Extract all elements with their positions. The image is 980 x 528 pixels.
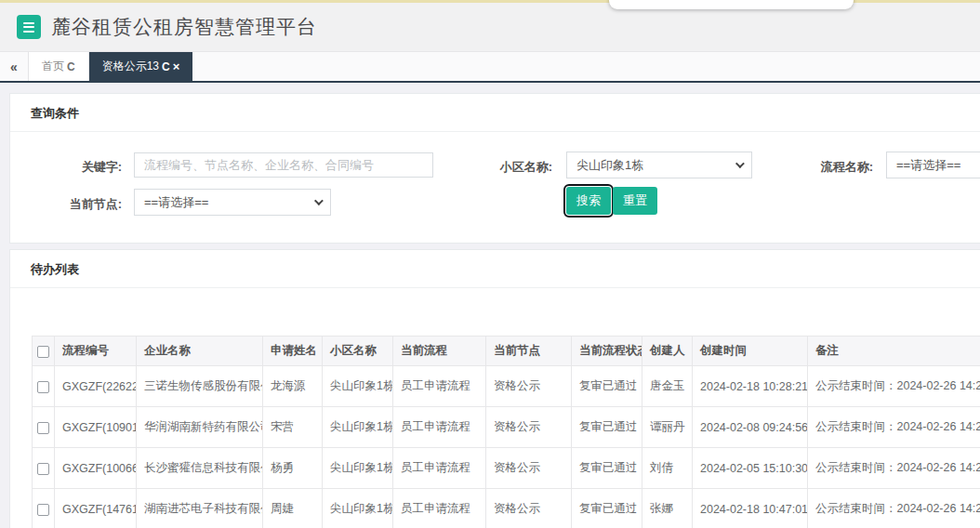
app-header: 麓谷租赁公租房智慧管理平台 <box>0 3 980 51</box>
chevron-down-icon <box>314 196 324 205</box>
row-checkbox[interactable] <box>37 463 49 475</box>
column-header: 当前流程 <box>393 337 486 366</box>
table-cell: 公示结束时间：2024-02-26 14:21:43 <box>808 448 980 489</box>
refresh-icon[interactable]: C <box>162 60 170 73</box>
process-name-label: 流程名称: <box>752 159 873 176</box>
table-cell: 资格公示 <box>486 489 572 528</box>
table-cell: 2024-02-18 10:47:01 <box>693 489 808 528</box>
browser-popup-remnant <box>609 0 854 9</box>
query-panel-title: 查询条件 <box>10 94 980 132</box>
table-cell: 资格公示 <box>486 448 572 489</box>
table-cell: 复审已通过 <box>572 448 642 489</box>
column-header: 申请姓名 <box>263 337 323 366</box>
table-cell: 2024-02-08 09:24:56 <box>693 407 808 448</box>
column-header: 创建时间 <box>693 337 808 366</box>
process-name-select-value: ==请选择== <box>896 157 960 174</box>
refresh-icon[interactable]: C <box>67 60 75 73</box>
table-row: GXGZF(22622)三诺生物传感股份有限公司龙海源尖山印象1栋员工申请流程资… <box>33 366 980 407</box>
tab-home-label: 首页 <box>42 59 64 74</box>
column-header: 流程编号 <box>55 337 137 366</box>
chevron-down-icon <box>735 159 745 168</box>
todo-list-panel: 待办列表 流程编号企业名称申请姓名小区名称当前流程当前节点当前流程状态创建人创建… <box>9 249 980 528</box>
row-checkbox-cell <box>33 489 55 528</box>
tab-home[interactable]: 首页C <box>28 52 89 81</box>
table-cell: 复审已通过 <box>572 407 642 448</box>
table-cell: GXGZF(10066) <box>55 448 137 489</box>
row-checkbox[interactable] <box>37 381 49 393</box>
tab-bar: « 首页C 资格公示13C× <box>0 51 980 83</box>
table-cell: GXGZF(22622) <box>55 366 137 407</box>
table-cell: 员工申请流程 <box>393 407 486 448</box>
current-node-label: 当前节点: <box>10 196 122 213</box>
table-row: GXGZF(10066)长沙蜜獾信息科技有限公司杨勇尖山印象1栋员工申请流程资格… <box>33 448 980 489</box>
current-node-select-value: ==请选择== <box>144 194 208 211</box>
collapse-tabs-icon[interactable]: « <box>0 52 28 81</box>
column-header: 备注 <box>808 337 980 366</box>
table-cell: 长沙蜜獾信息科技有限公司 <box>137 448 263 489</box>
page-title: 麓谷租赁公租房智慧管理平台 <box>51 14 317 40</box>
community-label: 小区名称: <box>433 159 552 176</box>
table-cell: 宋营 <box>263 407 323 448</box>
table-cell: 公示结束时间：2024-02-26 14:22:02 <box>808 366 980 407</box>
table-cell: 复审已通过 <box>572 366 642 407</box>
table-cell: 尖山印象1栋 <box>323 489 393 528</box>
community-select[interactable]: 尖山印象1栋 <box>566 152 752 178</box>
select-all-cell <box>33 337 55 366</box>
table-header-row: 流程编号企业名称申请姓名小区名称当前流程当前节点当前流程状态创建人创建时间备注 <box>33 337 980 366</box>
table-cell: GXGZF(10901) <box>55 407 137 448</box>
table-cell: 湖南进芯电子科技有限公司 <box>137 489 263 528</box>
table-cell: 尖山印象1栋 <box>323 448 393 489</box>
keyword-input[interactable] <box>134 152 433 178</box>
table-cell: 唐金玉 <box>642 366 693 407</box>
query-conditions-panel: 查询条件 关键字: 小区名称: 尖山印象1栋 流程名称: ==请选择== 当前节… <box>9 93 980 244</box>
table-cell: 三诺生物传感股份有限公司 <box>137 366 263 407</box>
community-select-value: 尖山印象1栋 <box>576 157 643 174</box>
table-cell: 资格公示 <box>486 407 572 448</box>
keyword-label: 关键字: <box>10 159 122 176</box>
table-cell: 华润湖南新特药有限公司 <box>137 407 263 448</box>
table-cell: 2024-02-18 10:28:21 <box>693 366 808 407</box>
table-cell: 资格公示 <box>486 366 572 407</box>
table-cell: 张娜 <box>642 489 693 528</box>
column-header: 当前流程状态 <box>572 337 642 366</box>
table-row: GXGZF(10901)华润湖南新特药有限公司宋营尖山印象1栋员工申请流程资格公… <box>33 407 980 448</box>
table-cell: 周婕 <box>263 489 323 528</box>
table-cell: 员工申请流程 <box>393 489 486 528</box>
select-all-checkbox[interactable] <box>37 346 49 358</box>
reset-button[interactable]: 重置 <box>613 187 657 215</box>
table-cell: 公示结束时间：2024-02-26 14:21:53 <box>808 407 980 448</box>
table-cell: 龙海源 <box>263 366 323 407</box>
column-header: 企业名称 <box>137 337 263 366</box>
todo-table-wrap: 流程编号企业名称申请姓名小区名称当前流程当前节点当前流程状态创建人创建时间备注 … <box>32 336 980 528</box>
table-cell: 刘倩 <box>642 448 693 489</box>
current-node-select[interactable]: ==请选择== <box>134 189 331 216</box>
close-icon[interactable]: × <box>173 60 180 73</box>
todo-panel-title: 待办列表 <box>10 250 980 288</box>
process-name-select[interactable]: ==请选择== <box>886 152 980 178</box>
table-cell: 谭丽丹 <box>642 407 693 448</box>
table-cell: 公示结束时间：2024-02-26 14:21:34 <box>808 489 980 528</box>
table-cell: 复审已通过 <box>572 489 642 528</box>
table-cell: 员工申请流程 <box>393 448 486 489</box>
table-row: GXGZF(14761)湖南进芯电子科技有限公司周婕尖山印象1栋员工申请流程资格… <box>33 489 980 528</box>
column-header: 小区名称 <box>323 337 393 366</box>
table-cell: 尖山印象1栋 <box>323 407 393 448</box>
row-checkbox-cell <box>33 448 55 489</box>
tab-active-label: 资格公示13 <box>102 59 159 74</box>
search-button[interactable]: 搜索 <box>566 187 611 215</box>
row-checkbox[interactable] <box>37 504 49 516</box>
table-cell: 杨勇 <box>263 448 323 489</box>
tab-qualification-publicity[interactable]: 资格公示13C× <box>89 52 193 81</box>
table-cell: GXGZF(14761) <box>55 489 137 528</box>
table-cell: 2024-02-05 15:10:30 <box>693 448 808 489</box>
column-header: 当前节点 <box>486 337 572 366</box>
todo-table: 流程编号企业名称申请姓名小区名称当前流程当前节点当前流程状态创建人创建时间备注 … <box>32 336 980 528</box>
row-checkbox-cell <box>33 407 55 448</box>
row-checkbox[interactable] <box>37 422 49 434</box>
table-cell: 员工申请流程 <box>393 366 486 407</box>
row-checkbox-cell <box>33 366 55 407</box>
column-header: 创建人 <box>642 337 693 366</box>
table-cell: 尖山印象1栋 <box>323 366 393 407</box>
hamburger-menu-icon[interactable] <box>17 15 41 39</box>
